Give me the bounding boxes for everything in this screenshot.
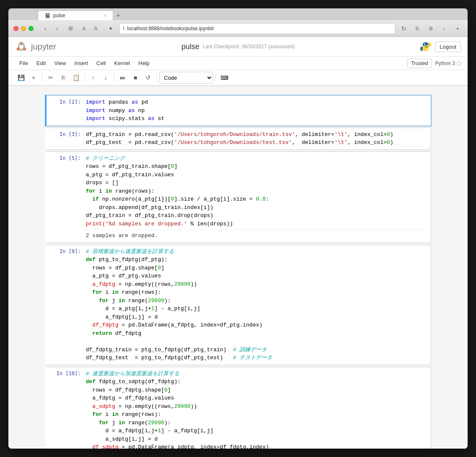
jupyter-toolbar: 💾 + ✂ ⎘ 📋 ↑ ↓ ⏭ ■ ↺ Code Markdown Raw NB…	[8, 70, 468, 86]
fullscreen-window-button[interactable]	[29, 26, 34, 31]
menu-help[interactable]: Help	[134, 58, 154, 68]
tab-favicon: 📓	[45, 13, 51, 18]
cell-3-content: df_ptg_train = pd.read_csv('/Users/tohgo…	[84, 128, 431, 149]
toolbar-separator-5	[216, 73, 216, 82]
toolbar-separator-3	[114, 73, 114, 82]
cell-5[interactable]: In [5]: # クリーニング rows = df_ptg_train.sha…	[45, 151, 431, 243]
jupyter-logo: jupyter	[15, 40, 56, 53]
cell-3[interactable]: In [3]: df_ptg_train = pd.read_csv('/Use…	[45, 128, 431, 150]
menu-edit[interactable]: Edit	[32, 58, 50, 68]
copy-button[interactable]: ⎘	[57, 72, 69, 84]
cell-5-prompt: In [5]:	[47, 152, 84, 243]
font-size-controls: A A	[79, 24, 101, 34]
notebook-checkpoint: Last Checkpoint: 06/30/2017 (autosaved)	[203, 44, 294, 50]
menu-kernel[interactable]: Kernel	[110, 58, 134, 68]
paste-button[interactable]: 📋	[70, 72, 82, 84]
cell-10[interactable]: In [10]: # 速度脈波から加速度脈波を計算する def fdptg_to…	[45, 367, 431, 449]
cell-9-code[interactable]: # 容積脈波から速度脈波を計算する def ptg_to_fdptg(df_pt…	[86, 248, 429, 362]
move-down-button[interactable]: ↓	[100, 72, 112, 84]
fast-forward-button[interactable]: ⏭	[117, 72, 129, 84]
menubar-right: Trusted Python 3	[407, 59, 461, 68]
kernel-name: Python 3	[435, 60, 455, 66]
extensions-button[interactable]: +	[453, 24, 463, 34]
new-tab-button[interactable]: +	[113, 11, 123, 20]
cell-10-content: # 速度脈波から加速度脈波を計算する def fdptg_to_sdptg(df…	[84, 367, 431, 449]
add-cell-button[interactable]: +	[28, 72, 39, 84]
cell-2-content: import pandas as pd import numpy as np i…	[84, 96, 431, 125]
menu-view[interactable]: View	[50, 58, 70, 68]
kernel-info: Python 3	[435, 60, 461, 66]
kernel-status-indicator	[457, 61, 461, 65]
layout-button[interactable]: ⊞	[65, 24, 75, 34]
jupyter-header-right: Logout	[420, 41, 461, 52]
cut-button[interactable]: ✂	[45, 72, 57, 84]
svg-point-7	[427, 49, 428, 50]
browser-tab-active[interactable]: 📓 pulse ×	[38, 10, 113, 20]
cell-3-prompt: In [3]:	[47, 128, 84, 149]
jupyter-menubar: File Edit View Insert Cell Kernel Help T…	[8, 57, 468, 70]
share-button[interactable]: ⎗	[412, 24, 422, 34]
cell-3-code[interactable]: df_ptg_train = pd.read_csv('/Users/tohgo…	[86, 131, 429, 147]
cell-5-content: # クリーニング rows = df_ptg_train.shape[0] a_…	[84, 152, 431, 243]
address-bar-container: ℹ localhost:8888/notebooks/pulse.ipynb#	[119, 23, 395, 34]
save-button[interactable]: 💾	[15, 72, 27, 84]
toolbar-separator-1	[42, 73, 42, 82]
menu-cell[interactable]: Cell	[92, 58, 110, 68]
menu-insert[interactable]: Insert	[70, 58, 92, 68]
cell-9-content: # 容積脈波から速度脈波を計算する def ptg_to_fdptg(df_pt…	[84, 245, 431, 365]
address-bar[interactable]: ℹ localhost:8888/notebooks/pulse.ipynb#	[119, 23, 395, 34]
tab-title: pulse	[53, 13, 65, 18]
cell-9[interactable]: In [9]: # 容積脈波から速度脈波を計算する def ptg_to_fdp…	[45, 245, 431, 365]
cell-2[interactable]: In [2]: import pandas as pd import numpy…	[45, 95, 431, 126]
notebook-title-area: pulse Last Checkpoint: 06/30/2017 (autos…	[181, 42, 295, 51]
trusted-button[interactable]: Trusted	[407, 59, 432, 68]
font-decrease-button[interactable]: A	[79, 24, 89, 34]
jupyter-app: jupyter pulse Last Checkpoint: 06/30/201…	[8, 37, 468, 449]
browser-tabs: 📓 pulse × +	[8, 8, 468, 20]
close-window-button[interactable]	[13, 26, 18, 31]
svg-point-6	[424, 44, 425, 45]
notebook-content: In [2]: import pandas as pd import numpy…	[8, 86, 468, 449]
reader-mode-button[interactable]: ✦	[106, 24, 116, 34]
lock-icon: ℹ	[123, 26, 125, 31]
cell-5-output: 2 samples are dropped.	[86, 230, 429, 240]
browser-titlebar: ‹ › ⊞ A A ✦ ℹ localhost:8888/notebooks/p…	[8, 20, 468, 37]
toolbar-separator-2	[84, 73, 85, 82]
notebook-name[interactable]: pulse	[181, 42, 199, 51]
minimize-window-button[interactable]	[21, 26, 26, 31]
cell-10-code[interactable]: # 速度脈波から加速度脈波を計算する def fdptg_to_sdptg(df…	[86, 370, 429, 449]
browser-window: 📓 pulse × + ‹ › ⊞ A A ✦ ℹ localhost:8888…	[8, 8, 468, 449]
jupyter-logo-icon	[15, 40, 28, 53]
jupyter-header: jupyter pulse Last Checkpoint: 06/30/201…	[8, 37, 468, 57]
keyboard-shortcuts-button[interactable]: ⌨	[218, 72, 230, 84]
browser-navigation: ‹ ›	[40, 24, 62, 34]
cell-type-selector[interactable]: Code Markdown Raw NBConvert Heading	[159, 72, 213, 84]
toolbar-separator-4	[156, 73, 157, 82]
python-logo-icon	[420, 41, 432, 52]
url-text: localhost:8888/notebooks/pulse.ipynb#	[127, 26, 214, 31]
logout-button[interactable]: Logout	[435, 42, 461, 52]
cell-2-prompt: In [2]:	[47, 96, 84, 125]
traffic-lights	[13, 26, 34, 31]
cell-container: In [2]: import pandas as pd import numpy…	[37, 94, 440, 449]
new-window-button[interactable]: ⧉	[426, 24, 436, 34]
jupyter-brand-text: jupyter	[31, 42, 56, 52]
tab-close-button[interactable]: ×	[104, 13, 106, 18]
restart-button[interactable]: ↺	[142, 72, 154, 84]
refresh-button[interactable]: ↻	[399, 24, 409, 34]
back-button[interactable]: ‹	[40, 24, 50, 34]
move-up-button[interactable]: ↑	[87, 72, 99, 84]
cell-2-code[interactable]: import pandas as pd import numpy as np i…	[86, 98, 429, 123]
menu-items: File Edit View Insert Cell Kernel Help	[15, 58, 154, 68]
cell-10-prompt: In [10]:	[47, 367, 84, 449]
stop-button[interactable]: ■	[130, 72, 141, 84]
cell-9-prompt: In [9]:	[47, 245, 84, 365]
menu-file[interactable]: File	[15, 58, 32, 68]
font-increase-button[interactable]: A	[91, 24, 101, 34]
download-button[interactable]: ↓	[439, 24, 449, 34]
forward-button[interactable]: ›	[52, 24, 62, 34]
cell-5-code[interactable]: # クリーニング rows = df_ptg_train.shape[0] a_…	[86, 154, 429, 228]
